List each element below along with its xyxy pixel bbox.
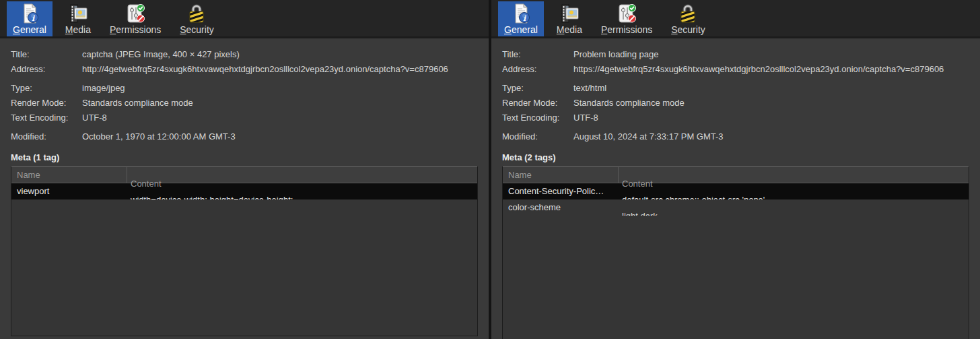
- page-info-window-left: i General Media: [0, 0, 489, 339]
- tab-bar: i General Media: [491, 0, 980, 38]
- meta-content-cell: light dark: [619, 199, 969, 216]
- tab-security-label: Security: [671, 24, 705, 35]
- type-label: Type:: [502, 81, 573, 96]
- meta-table-header: Name Content: [503, 166, 969, 183]
- column-header-name[interactable]: Name: [503, 167, 619, 183]
- permissions-sliders-icon: [125, 3, 146, 24]
- tab-security-label: Security: [180, 24, 214, 35]
- render-mode-value: Standards compliance mode: [82, 96, 489, 111]
- tab-permissions-label: Permissions: [601, 24, 652, 35]
- title-label: Title:: [11, 47, 82, 62]
- text-encoding-value: UTF-8: [82, 111, 489, 125]
- meta-table-body: Content-Security-Polic… default-src chro…: [503, 183, 969, 216]
- tab-security[interactable]: Security: [174, 1, 220, 36]
- meta-name-cell: Content-Security-Polic…: [503, 183, 619, 199]
- general-panel: Title:Problem loading page Address:https…: [491, 38, 980, 339]
- modified-value: August 10, 2024 at 7:33:17 PM GMT-3: [573, 129, 980, 144]
- tab-general-label: General: [504, 24, 538, 35]
- tab-media[interactable]: Media: [551, 1, 588, 36]
- column-header-content[interactable]: Content: [127, 167, 477, 183]
- media-filmstrip-icon: [67, 3, 89, 24]
- address-label: Address:: [11, 62, 82, 77]
- text-encoding-label: Text Encoding:: [11, 111, 82, 125]
- modified-label: Modified:: [11, 129, 82, 144]
- general-page-info-icon: i: [510, 3, 532, 24]
- text-encoding-label: Text Encoding:: [502, 111, 573, 125]
- tab-general[interactable]: i General: [7, 1, 53, 36]
- address-value: http://4getwebfrq5zr4sxugk6htxvawqehxtdg…: [82, 62, 489, 77]
- tab-general[interactable]: i General: [498, 1, 544, 36]
- column-header-name[interactable]: Name: [11, 167, 127, 183]
- meta-content-cell: width=device-width; height=device-height…: [127, 183, 477, 199]
- general-page-info-icon: i: [19, 3, 40, 24]
- tab-permissions-label: Permissions: [110, 24, 161, 35]
- meta-name-cell: viewport: [11, 183, 127, 199]
- tab-permissions[interactable]: Permissions: [104, 1, 167, 36]
- title-value: Problem loading page: [573, 47, 980, 62]
- address-value: https://4getwebfrq5zr4sxugk6htxvawqehxtd…: [573, 62, 980, 77]
- meta-table: Name Content Content-Security-Polic… def…: [502, 166, 969, 339]
- meta-content-cell: default-src chrome:; object-src 'none': [619, 183, 969, 199]
- tab-media-label: Media: [557, 24, 582, 35]
- permissions-sliders-icon: [616, 3, 637, 24]
- security-lock-icon: [186, 3, 207, 24]
- title-label: Title:: [502, 47, 573, 62]
- modified-value: October 1, 1970 at 12:00:00 AM GMT-3: [82, 129, 489, 144]
- tab-general-label: General: [13, 24, 46, 35]
- tab-bar: i General Media: [0, 0, 489, 38]
- security-lock-icon: [677, 3, 699, 24]
- text-encoding-value: UTF-8: [573, 111, 980, 125]
- table-row[interactable]: Content-Security-Polic… default-src chro…: [503, 183, 969, 199]
- column-header-content[interactable]: Content: [619, 167, 969, 183]
- table-row[interactable]: color-scheme light dark: [503, 199, 969, 216]
- meta-table: Name Content viewport width=device-width…: [11, 166, 478, 336]
- meta-name-cell: color-scheme: [503, 199, 619, 216]
- tab-media-label: Media: [65, 24, 91, 35]
- type-value: text/html: [573, 81, 980, 96]
- title-value: captcha (JPEG Image, 400 × 427 pixels): [82, 47, 489, 62]
- type-label: Type:: [11, 81, 82, 96]
- render-mode-label: Render Mode:: [502, 96, 573, 111]
- table-row[interactable]: viewport width=device-width; height=devi…: [11, 183, 477, 199]
- address-label: Address:: [502, 62, 573, 77]
- meta-heading: Meta (1 tag): [11, 152, 489, 162]
- type-value: image/jpeg: [82, 81, 489, 96]
- render-mode-label: Render Mode:: [11, 96, 82, 111]
- meta-heading: Meta (2 tags): [502, 152, 980, 162]
- general-panel: Title:captcha (JPEG Image, 400 × 427 pix…: [0, 38, 489, 336]
- meta-table-body: viewport width=device-width; height=devi…: [11, 183, 477, 199]
- media-filmstrip-icon: [559, 3, 580, 24]
- modified-label: Modified:: [502, 129, 573, 144]
- page-info-window-right: i General Media: [491, 0, 980, 339]
- tab-media[interactable]: Media: [59, 1, 97, 36]
- tab-permissions[interactable]: Permissions: [595, 1, 658, 36]
- tab-security[interactable]: Security: [665, 1, 711, 36]
- meta-table-header: Name Content: [11, 166, 477, 183]
- render-mode-value: Standards compliance mode: [573, 96, 980, 111]
